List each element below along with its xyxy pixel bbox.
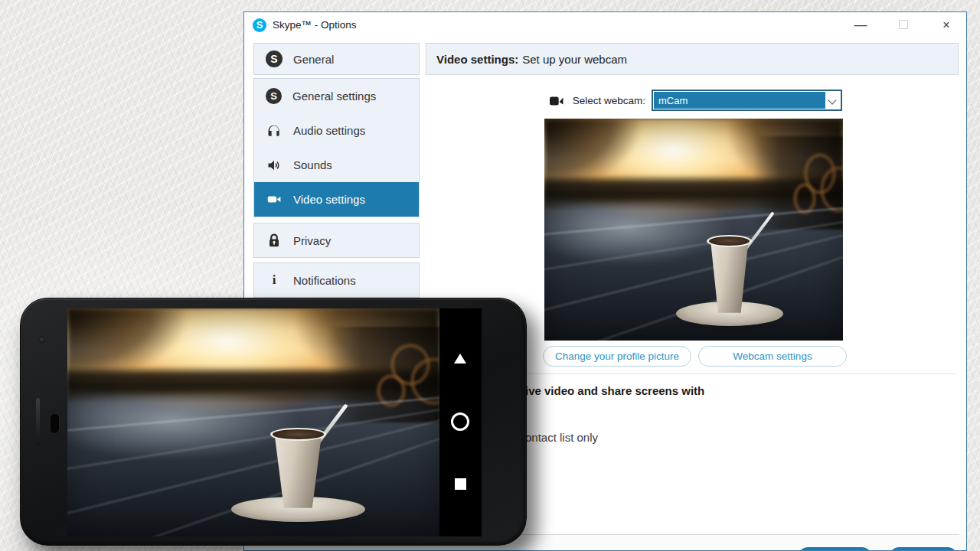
- sidebar-item-notifications[interactable]: i Notifications: [253, 262, 420, 298]
- webcam-settings-button[interactable]: Webcam settings: [698, 346, 847, 367]
- sidebar-item-label: Audio settings: [293, 124, 365, 137]
- minimize-button[interactable]: —: [843, 12, 878, 37]
- sidebar-item-label: Sounds: [293, 158, 332, 171]
- sidebar-item-general-settings[interactable]: S General settings: [254, 79, 419, 113]
- maximize-button[interactable]: [886, 12, 921, 37]
- footer-button-left[interactable]: [799, 547, 871, 551]
- sidebar-item-label: General settings: [292, 90, 376, 103]
- sidebar-item-label: Privacy: [293, 234, 331, 247]
- home-circle-icon[interactable]: [451, 412, 469, 431]
- footer-button-right[interactable]: [890, 547, 957, 551]
- earpiece-speaker: [36, 398, 40, 445]
- section-header: Video settings: Set up your webcam: [426, 43, 959, 75]
- lock-icon: [266, 232, 283, 249]
- speaker-icon: [266, 157, 283, 174]
- webcam-select-dropdown[interactable]: mCam: [652, 90, 842, 111]
- sidebar-item-label: Notifications: [293, 274, 356, 287]
- chevron-down-icon: [826, 92, 840, 109]
- skype-icon: S: [266, 51, 283, 67]
- headset-icon: [266, 122, 283, 139]
- vignette: [67, 308, 439, 536]
- android-nav-bar: [439, 308, 482, 536]
- change-profile-picture-button[interactable]: Change your profile picture: [543, 346, 691, 367]
- video-camera-icon: [266, 191, 283, 208]
- vignette: [544, 119, 843, 341]
- webcam-selected-option: mCam: [654, 92, 825, 109]
- section-title: Video settings:: [436, 53, 518, 66]
- front-camera-icon: [38, 336, 45, 343]
- maximize-icon: [899, 20, 908, 29]
- info-icon: i: [266, 272, 283, 288]
- recents-square-icon[interactable]: [455, 478, 466, 490]
- phone-device: [20, 298, 527, 546]
- sidebar-nav-group: S General settings Audio settings Sounds…: [253, 78, 420, 217]
- sidebar-item-label: Video settings: [293, 193, 365, 206]
- share-screens-heading: ive video and share screens with: [525, 384, 704, 397]
- phone-screen: [67, 308, 482, 536]
- camera-viewfinder: [67, 308, 439, 536]
- titlebar: S Skype™ - Options — ×: [244, 12, 966, 37]
- skype-logo-icon: S: [253, 18, 266, 32]
- contact-list-option-label: ontact list only: [525, 431, 598, 444]
- sidebar-item-privacy[interactable]: Privacy: [253, 223, 420, 258]
- section-subtitle: Set up your webcam: [522, 53, 627, 66]
- sidebar-item-video-settings[interactable]: Video settings: [254, 182, 419, 217]
- webcam-preview: [544, 119, 843, 341]
- sidebar-header-general[interactable]: S General: [253, 43, 420, 75]
- back-triangle-icon[interactable]: [454, 354, 466, 364]
- skype-icon: S: [266, 88, 282, 104]
- sidebar-item-audio-settings[interactable]: Audio settings: [254, 113, 419, 148]
- speaker-slot: [50, 413, 60, 434]
- sidebar-header-label: General: [293, 53, 334, 66]
- close-button[interactable]: ×: [929, 12, 964, 37]
- sidebar-item-sounds[interactable]: Sounds: [254, 148, 419, 182]
- window-title: Skype™ - Options: [273, 18, 357, 32]
- select-webcam-label: Select webcam:: [561, 95, 645, 106]
